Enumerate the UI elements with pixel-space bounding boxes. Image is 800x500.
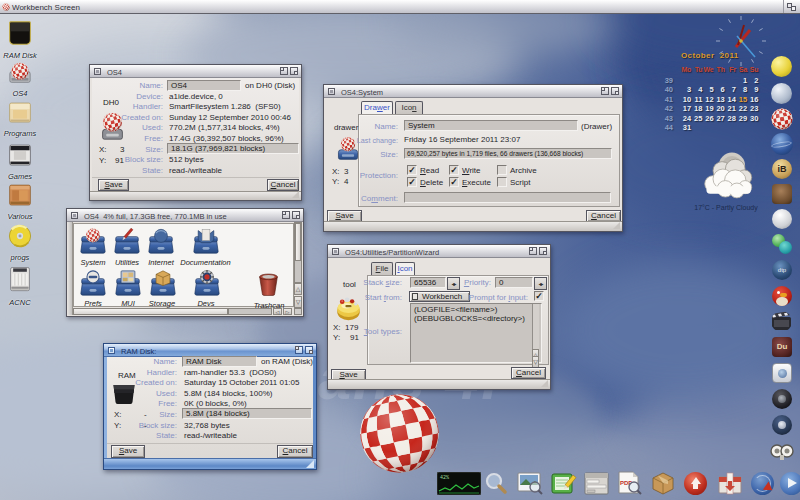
svg-text:42%: 42% <box>440 475 449 481</box>
